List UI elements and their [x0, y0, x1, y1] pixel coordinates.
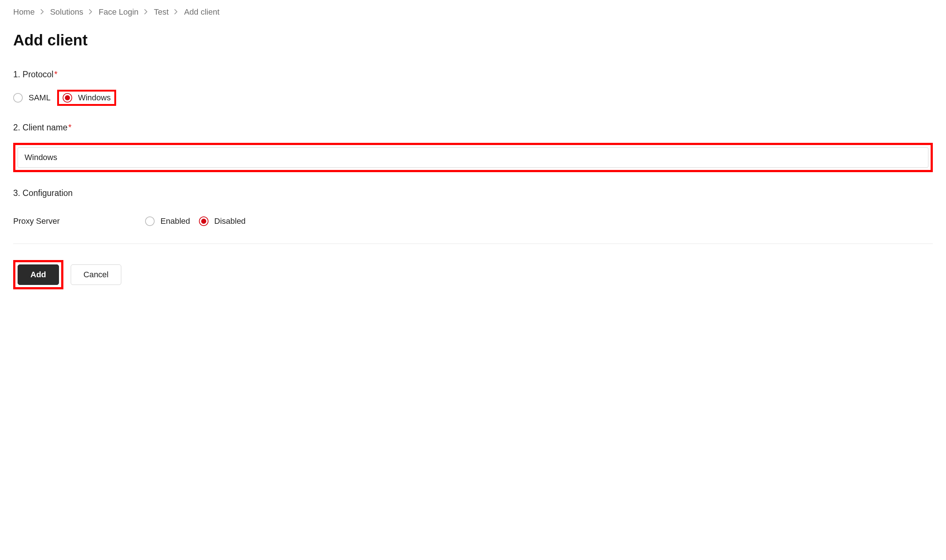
highlight-clientname-input — [13, 143, 933, 172]
highlight-add-button: Add — [13, 260, 63, 289]
protocol-radio-saml[interactable]: SAML — [13, 93, 51, 103]
breadcrumb-test[interactable]: Test — [154, 7, 168, 17]
page-title: Add client — [13, 31, 933, 49]
breadcrumb-home[interactable]: Home — [13, 7, 35, 17]
radio-label: Enabled — [160, 217, 190, 226]
proxy-radio-enabled[interactable]: Enabled — [145, 217, 190, 226]
required-mark: * — [54, 69, 57, 79]
radio-label: Disabled — [214, 217, 246, 226]
radio-label: SAML — [29, 93, 51, 103]
chevron-right-icon — [89, 8, 93, 16]
clientname-section-label: 2. Client name* — [13, 123, 933, 132]
chevron-right-icon — [144, 8, 148, 16]
protocol-radio-windows[interactable]: Windows — [63, 93, 111, 103]
radio-icon — [199, 217, 208, 226]
breadcrumb-solutions[interactable]: Solutions — [50, 7, 83, 17]
breadcrumb: Home Solutions Face Login Test Add clien… — [13, 7, 933, 17]
add-button[interactable]: Add — [18, 265, 59, 285]
chevron-right-icon — [41, 8, 44, 16]
breadcrumb-current: Add client — [184, 7, 219, 17]
breadcrumb-facelogin[interactable]: Face Login — [99, 7, 139, 17]
proxy-radio-disabled[interactable]: Disabled — [199, 217, 246, 226]
radio-icon — [145, 217, 155, 226]
required-mark: * — [68, 123, 71, 132]
protocol-section-label: 1. Protocol* — [13, 69, 933, 80]
highlight-protocol-windows: Windows — [57, 90, 116, 106]
chevron-right-icon — [174, 8, 178, 16]
clientname-input[interactable] — [18, 147, 928, 168]
radio-icon — [13, 93, 23, 103]
proxy-server-label: Proxy Server — [13, 217, 145, 226]
radio-label: Windows — [78, 93, 111, 103]
configuration-section-label: 3. Configuration — [13, 188, 933, 198]
divider — [13, 243, 933, 244]
radio-icon — [63, 93, 72, 103]
cancel-button[interactable]: Cancel — [71, 265, 121, 285]
